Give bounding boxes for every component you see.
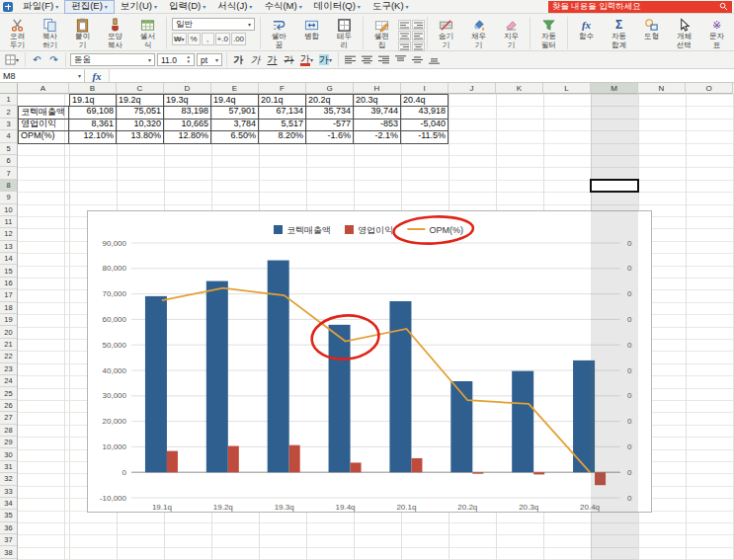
align-top-right-button[interactable] (412, 20, 425, 30)
row-header-27[interactable]: 27 (0, 412, 17, 424)
formula-input[interactable] (110, 69, 734, 82)
increase-decimal-button[interactable]: +.0 (215, 33, 230, 45)
row-header-5[interactable]: 5 (0, 143, 17, 155)
fill-color-button[interactable]: 가▾ (317, 53, 334, 67)
cell-edit-button[interactable]: 셀편집 (366, 16, 398, 49)
row-header-15[interactable]: 15 (0, 265, 17, 277)
cell[interactable]: 8.20% (259, 130, 306, 143)
row-header-8[interactable]: 8 (0, 180, 17, 192)
cell[interactable]: 12.80% (164, 130, 211, 143)
cell[interactable]: 6.50% (211, 130, 259, 143)
cell[interactable]: 35,734 (306, 106, 354, 119)
name-box[interactable]: M8 ▾ (0, 69, 85, 82)
row-header-11[interactable]: 11 (0, 216, 17, 228)
cell[interactable]: 43,918 (401, 106, 449, 119)
paste-button[interactable]: 붙이기 (66, 16, 99, 49)
row-header-21[interactable]: 21 (0, 339, 17, 351)
column-header-D[interactable]: D (164, 83, 211, 94)
number-format-select[interactable]: 일반▾ (172, 18, 255, 31)
cell[interactable]: 20.2q (306, 94, 354, 107)
column-header-A[interactable]: A (18, 83, 69, 94)
row-header-30[interactable]: 30 (0, 448, 17, 460)
row-header-31[interactable]: 31 (0, 461, 17, 473)
cell[interactable]: 코텍매출액 (18, 106, 69, 119)
percent-format-button[interactable]: % (188, 33, 201, 45)
undo-button[interactable]: ↶ (30, 53, 44, 67)
cell[interactable]: 10,320 (117, 119, 164, 131)
size-unit-select[interactable]: pt▾ (197, 53, 222, 66)
align-bottom-button[interactable] (427, 53, 442, 67)
decrease-decimal-button[interactable]: .00 (231, 33, 246, 45)
font-color-button[interactable]: 가▾ (298, 53, 315, 67)
menu-file[interactable]: 파일(F)▾ (17, 0, 64, 13)
font-size-select[interactable]: 11.0▲▼ (157, 53, 195, 66)
align-middle-button[interactable] (410, 53, 425, 67)
row-header-37[interactable]: 37 (0, 534, 17, 546)
row-header-12[interactable]: 12 (0, 228, 17, 240)
cell[interactable]: 20.1q (259, 94, 306, 107)
cell[interactable]: -5,040 (401, 119, 449, 131)
row-header-17[interactable]: 17 (0, 289, 17, 301)
paste-options-dropdown[interactable]: ▾ (3, 53, 21, 67)
cell[interactable]: 39,744 (354, 106, 401, 119)
row-header-14[interactable]: 14 (0, 253, 17, 265)
redo-button[interactable]: ↷ (46, 53, 61, 67)
cell[interactable]: 13.80% (117, 130, 164, 143)
cell[interactable]: 3,784 (211, 119, 259, 131)
column-header-J[interactable]: J (449, 83, 496, 94)
column-header-I[interactable]: I (401, 83, 449, 94)
row-header-24[interactable]: 24 (0, 375, 17, 387)
column-header-O[interactable]: O (686, 83, 733, 94)
cell[interactable]: 57,901 (211, 106, 259, 119)
fill-button[interactable]: 채우기 (462, 16, 495, 49)
column-header-B[interactable]: B (69, 83, 117, 94)
row-header-4[interactable]: 4 (0, 130, 17, 142)
cell[interactable]: -11.5% (401, 130, 449, 143)
search-input[interactable]: 찾을 내용을 입력하세요 (548, 1, 732, 13)
bold-button[interactable]: 가 (231, 53, 246, 67)
row-header-13[interactable]: 13 (0, 241, 17, 253)
underline-button[interactable]: 가 (265, 53, 280, 67)
cell[interactable]: 10,665 (164, 119, 211, 131)
cell[interactable]: 19.2q (117, 94, 164, 107)
menu-view[interactable]: 보기(U)▾ (115, 0, 163, 13)
row-header-1[interactable]: 1 (0, 94, 17, 106)
row-header-3[interactable]: 3 (0, 119, 17, 130)
cell[interactable]: -577 (306, 119, 354, 131)
column-header-C[interactable]: C (117, 83, 164, 94)
menu-input[interactable]: 입력(D)▾ (163, 0, 211, 13)
cell[interactable]: OPM(%) (18, 130, 69, 143)
column-header-L[interactable]: L (543, 83, 591, 94)
row-header-16[interactable]: 16 (0, 278, 17, 289)
cell[interactable]: 12.10% (69, 130, 117, 143)
cell[interactable]: 5,517 (259, 119, 306, 131)
row-header-25[interactable]: 25 (0, 387, 17, 399)
menu-formula[interactable]: 수식(M)▾ (258, 0, 307, 13)
align-middle-right-button[interactable] (412, 31, 425, 40)
align-left-button[interactable] (343, 53, 358, 67)
cell[interactable]: -853 (354, 119, 401, 131)
row-header-10[interactable]: 10 (0, 204, 17, 216)
column-header-K[interactable]: K (496, 83, 543, 94)
cell[interactable]: 8,361 (69, 119, 117, 131)
align-top-left-button[interactable] (398, 20, 411, 30)
wrap-text-button[interactable]: 셀바꿈 (263, 16, 295, 49)
borders-button[interactable]: 테두리 (328, 16, 361, 49)
column-header-G[interactable]: G (306, 83, 354, 94)
cell-format-button[interactable]: 셀서식 (131, 16, 164, 49)
row-header-29[interactable]: 29 (0, 437, 17, 448)
format-painter-button[interactable]: 모양복사 (99, 16, 131, 49)
cell[interactable]: 75,051 (117, 106, 164, 119)
object-select-button[interactable]: 개체선택 (668, 16, 700, 49)
cell[interactable]: -1.6% (306, 130, 354, 143)
insert-function-button[interactable]: fx (85, 69, 110, 82)
align-middle-left-button[interactable] (398, 31, 411, 40)
align-center-button[interactable] (360, 53, 374, 67)
chart-object[interactable]: 90,000080,000070,000060,000050,000040,00… (87, 210, 652, 513)
cell[interactable]: 69,108 (69, 106, 117, 119)
cell[interactable]: 19.1q (69, 94, 117, 107)
charmap-button[interactable]: ※ 문자표 (700, 16, 733, 49)
row-header-23[interactable]: 23 (0, 363, 17, 375)
cell[interactable]: 83,198 (164, 106, 211, 119)
row-header-20[interactable]: 20 (0, 326, 17, 338)
